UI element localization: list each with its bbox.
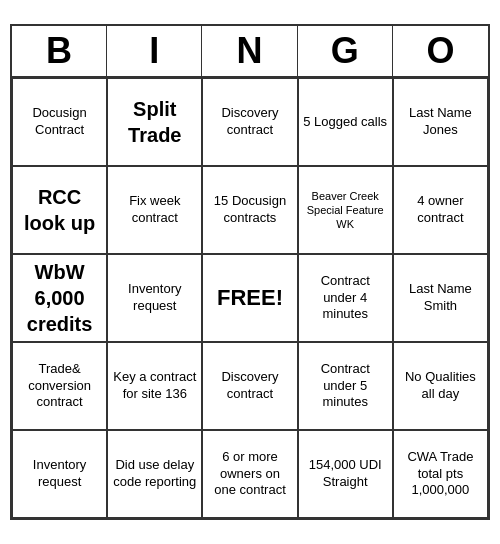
header-letter-b: B — [12, 26, 107, 76]
header-letter-g: G — [298, 26, 393, 76]
header-letter-i: I — [107, 26, 202, 76]
bingo-cell-22: 6 or more owners on one contract — [202, 430, 297, 518]
bingo-board: BINGO Docusign ContractSplit TradeDiscov… — [10, 24, 490, 520]
bingo-cell-5: RCC look up — [12, 166, 107, 254]
bingo-cell-2: Discovery contract — [202, 78, 297, 166]
bingo-cell-15: Trade& conversion contract — [12, 342, 107, 430]
header-letter-n: N — [202, 26, 297, 76]
bingo-cell-23: 154,000 UDI Straight — [298, 430, 393, 518]
bingo-cell-10: WbW 6,000 credits — [12, 254, 107, 342]
bingo-cell-20: Inventory request — [12, 430, 107, 518]
bingo-cell-17: Discovery contract — [202, 342, 297, 430]
bingo-cell-12: FREE! — [202, 254, 297, 342]
bingo-cell-24: CWA Trade total pts 1,000,000 — [393, 430, 488, 518]
bingo-cell-1: Split Trade — [107, 78, 202, 166]
header-letter-o: O — [393, 26, 488, 76]
bingo-cell-19: No Qualities all day — [393, 342, 488, 430]
bingo-cell-9: 4 owner contract — [393, 166, 488, 254]
bingo-cell-16: Key a contract for site 136 — [107, 342, 202, 430]
bingo-cell-21: Did use delay code reporting — [107, 430, 202, 518]
bingo-cell-3: 5 Logged calls — [298, 78, 393, 166]
bingo-cell-6: Fix week contract — [107, 166, 202, 254]
bingo-cell-4: Last Name Jones — [393, 78, 488, 166]
bingo-cell-18: Contract under 5 minutes — [298, 342, 393, 430]
bingo-grid: Docusign ContractSplit TradeDiscovery co… — [12, 78, 488, 518]
bingo-cell-11: Inventory request — [107, 254, 202, 342]
bingo-header: BINGO — [12, 26, 488, 78]
bingo-cell-13: Contract under 4 minutes — [298, 254, 393, 342]
bingo-cell-14: Last Name Smith — [393, 254, 488, 342]
bingo-cell-7: 15 Docusign contracts — [202, 166, 297, 254]
bingo-cell-0: Docusign Contract — [12, 78, 107, 166]
bingo-cell-8: Beaver Creek Special Feature WK — [298, 166, 393, 254]
